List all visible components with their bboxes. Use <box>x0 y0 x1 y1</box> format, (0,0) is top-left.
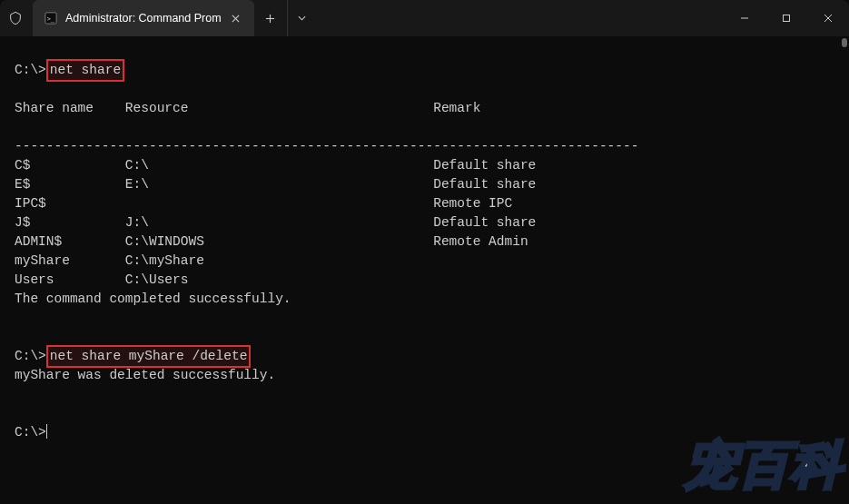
shield-icon <box>7 10 24 26</box>
share-row: E$ E:\ Default share <box>15 177 536 192</box>
share-row: C$ C:\ Default share <box>15 158 536 173</box>
window-controls <box>724 0 849 36</box>
text-cursor <box>46 424 47 439</box>
active-tab[interactable]: >_ Administrator: Command Prom <box>33 0 254 36</box>
share-row: ADMIN$ C:\WINDOWS Remote Admin <box>15 234 528 249</box>
new-tab-button[interactable] <box>254 0 287 36</box>
minimize-button[interactable] <box>724 0 765 36</box>
prompt: C:\> <box>15 349 46 363</box>
prompt: C:\> <box>15 425 46 440</box>
status-message: myShare was deleted successfully. <box>15 368 275 382</box>
share-row: IPC$ Remote IPC <box>15 196 512 211</box>
tab-dropdown-button[interactable] <box>287 0 316 36</box>
titlebar: >_ Administrator: Command Prom <box>0 0 849 36</box>
maximize-button[interactable] <box>765 0 807 36</box>
svg-rect-7 <box>784 15 790 22</box>
svg-text:>_: >_ <box>47 15 55 23</box>
share-row: Users C:\Users <box>15 272 433 287</box>
titlebar-left: >_ Administrator: Command Prom <box>0 0 316 36</box>
column-header: Share name Resource Remark <box>15 101 480 115</box>
prompt: C:\> <box>15 63 46 77</box>
status-message: The command completed successfully. <box>15 292 291 306</box>
terminal-output[interactable]: C:\>net share Share name Resource Remark… <box>0 36 849 504</box>
tab-title: Administrator: Command Prom <box>65 12 222 25</box>
close-window-button[interactable] <box>807 0 849 36</box>
tab-close-button[interactable] <box>229 11 243 25</box>
command-highlight: net share <box>46 59 124 82</box>
share-row: myShare C:\myShare <box>15 253 433 268</box>
cmd-icon: >_ <box>44 11 58 25</box>
divider: ----------------------------------------… <box>15 139 638 153</box>
command-highlight: net share myShare /delete <box>46 345 252 368</box>
share-row: J$ J:\ Default share <box>15 215 536 230</box>
